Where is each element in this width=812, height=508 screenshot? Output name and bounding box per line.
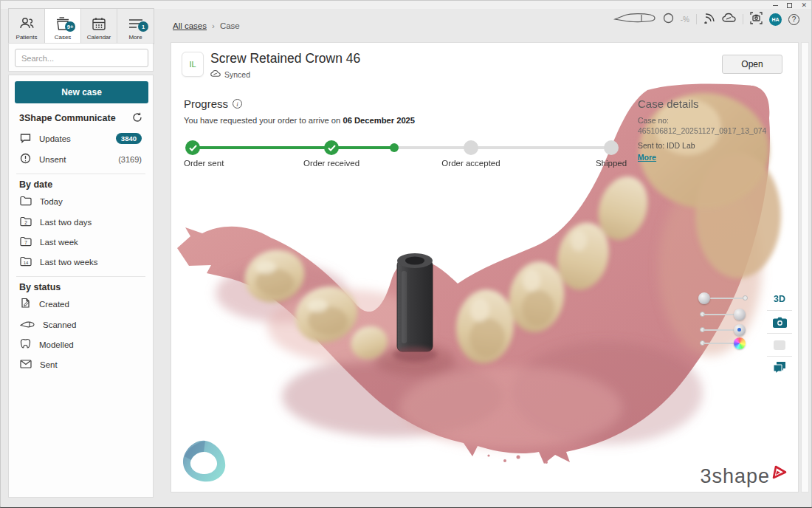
color-view-slider-thumb[interactable] xyxy=(734,337,746,349)
disabled-tool-button xyxy=(761,335,798,354)
more-link[interactable]: More xyxy=(638,153,656,162)
snapshot-camera-button[interactable] xyxy=(761,312,798,332)
divider xyxy=(16,276,145,277)
tab-patients[interactable]: Patients xyxy=(9,9,45,44)
sidebar-item-last-week[interactable]: 7 Last week xyxy=(9,232,153,252)
divider xyxy=(16,174,145,174)
slider-track[interactable] xyxy=(703,314,735,315)
tab-label: Calendar xyxy=(87,34,111,41)
slider-track[interactable] xyxy=(703,329,735,331)
help-icon[interactable]: ? xyxy=(788,14,799,25)
envelope-icon xyxy=(20,360,32,370)
sidebar-item-modelled[interactable]: Modelled xyxy=(9,334,153,354)
3shape-triangle-icon xyxy=(771,465,788,483)
step-order-sent-icon xyxy=(185,140,200,155)
breadcrumb: All cases › Case xyxy=(173,21,240,30)
viewer-layer-sliders xyxy=(698,292,751,350)
user-avatar[interactable]: HA xyxy=(769,13,782,26)
sync-status-label: Synced xyxy=(224,70,250,79)
communicate-section-header: 3Shape Communicate xyxy=(9,111,153,126)
divider xyxy=(767,310,792,311)
close-icon[interactable]: ✕ xyxy=(801,2,807,9)
sent-to-label: Sent to: IDD Lab xyxy=(638,141,799,150)
sidebar-item-sent[interactable]: Sent xyxy=(9,354,153,374)
exclamation-circle-icon xyxy=(20,153,31,165)
sent-label: Sent xyxy=(40,360,142,369)
timeline-current-dot xyxy=(390,143,399,152)
minimize-icon[interactable] xyxy=(773,5,778,6)
app-window: ✕ Patients 9+ Cases xyxy=(0,0,812,508)
slider-track[interactable] xyxy=(703,343,735,344)
tab-calendar[interactable]: Calendar xyxy=(81,9,117,44)
scanned-label: Scanned xyxy=(43,320,142,329)
sidebar-item-today[interactable]: Today xyxy=(9,191,153,211)
last-two-days-label: Last two days xyxy=(40,218,142,227)
by-status-title: By status xyxy=(19,282,61,292)
updates-badge: 3840 xyxy=(116,133,142,144)
sidebar-item-last-two-days[interactable]: 2 Last two days xyxy=(9,212,153,232)
divider xyxy=(696,14,697,24)
folder-7-icon: 7 xyxy=(20,236,32,248)
slider-knob[interactable] xyxy=(743,295,748,301)
by-date-title: By date xyxy=(19,179,52,190)
sidebar-item-updates[interactable]: Updates 3840 xyxy=(9,128,153,148)
scrollbar[interactable] xyxy=(801,42,809,492)
3shape-logo: 3shape xyxy=(700,465,788,487)
sidebar-item-created[interactable]: Created xyxy=(9,294,153,314)
new-case-button[interactable]: New case xyxy=(15,81,148,103)
refresh-icon[interactable] xyxy=(132,112,142,125)
last-two-weeks-label: Last two weeks xyxy=(40,258,142,267)
main-nav-tabs: Patients 9+ Cases Calendar xyxy=(8,8,154,44)
window-bottom-margin xyxy=(1,498,811,507)
slider-track[interactable] xyxy=(710,298,746,299)
lower-jaw-slider-thumb[interactable] xyxy=(734,309,746,320)
view-mode-3d-button[interactable]: 3D xyxy=(761,289,798,309)
wireless-signal-icon[interactable] xyxy=(703,13,715,27)
sidebar-item-unsent[interactable]: Unsent (3169) xyxy=(9,149,153,169)
by-status-section-header: By status xyxy=(9,281,153,294)
case-details-panel: Case details Case no: 465106812_20251127… xyxy=(638,97,799,163)
svg-text:7: 7 xyxy=(24,239,27,244)
unsent-count: (3169) xyxy=(118,155,142,164)
scanner-device-icon[interactable] xyxy=(613,12,656,27)
step-label: Order accepted xyxy=(441,159,500,168)
communicate-title: 3Shape Communicate xyxy=(19,113,116,123)
svg-text:2: 2 xyxy=(24,219,27,224)
page-title: Screw Retained Crown 46 xyxy=(210,51,360,66)
info-icon[interactable]: i xyxy=(233,99,242,109)
folder-icon xyxy=(20,196,32,207)
battery-percent-label: -% xyxy=(681,16,689,24)
more-badge: 1 xyxy=(138,21,148,32)
maximize-icon[interactable] xyxy=(787,3,792,8)
step-label: Shipped xyxy=(596,159,627,168)
case-no-value: 465106812_20251127_0917_13_074 xyxy=(638,126,799,135)
document-edit-icon xyxy=(20,298,31,310)
tooth-icon xyxy=(20,338,31,351)
scanner-battery-icon xyxy=(663,13,674,27)
annotated-jaw-slider-thumb[interactable] xyxy=(734,324,746,336)
case-details-title: Case details xyxy=(638,97,799,110)
cloud-status-icon[interactable] xyxy=(722,13,736,26)
divider xyxy=(767,333,792,334)
search-input[interactable] xyxy=(15,49,148,67)
sync-status: Synced xyxy=(210,69,250,79)
sidebar-item-scanned[interactable]: Scanned xyxy=(9,315,153,334)
sidebar-item-last-two-weeks[interactable]: 14 Last two weeks xyxy=(9,252,153,272)
comments-chat-button[interactable] xyxy=(761,358,798,377)
screenshot-camera-icon[interactable] xyxy=(750,12,763,27)
upper-jaw-slider-thumb[interactable] xyxy=(698,292,710,304)
tab-cases[interactable]: 9+ Cases xyxy=(45,9,81,44)
open-button[interactable]: Open xyxy=(722,55,782,74)
calendar-icon xyxy=(92,15,106,32)
breadcrumb-all-cases-link[interactable]: All cases xyxy=(173,21,207,30)
created-label: Created xyxy=(39,300,142,309)
progress-subtitle: You have requested your order to arrive … xyxy=(184,116,415,125)
breadcrumb-current: Case xyxy=(220,21,240,30)
communicate-swirl-logo xyxy=(181,440,228,486)
last-week-label: Last week xyxy=(40,238,142,247)
viewer-toolbar: 3D xyxy=(761,289,798,377)
case-panel: IL Screw Retained Crown 46 Synced Open P… xyxy=(171,42,799,492)
tab-more[interactable]: 1 More xyxy=(117,9,154,44)
progress-title-row: Progress i xyxy=(184,97,242,110)
step-label: Order sent xyxy=(184,159,224,168)
